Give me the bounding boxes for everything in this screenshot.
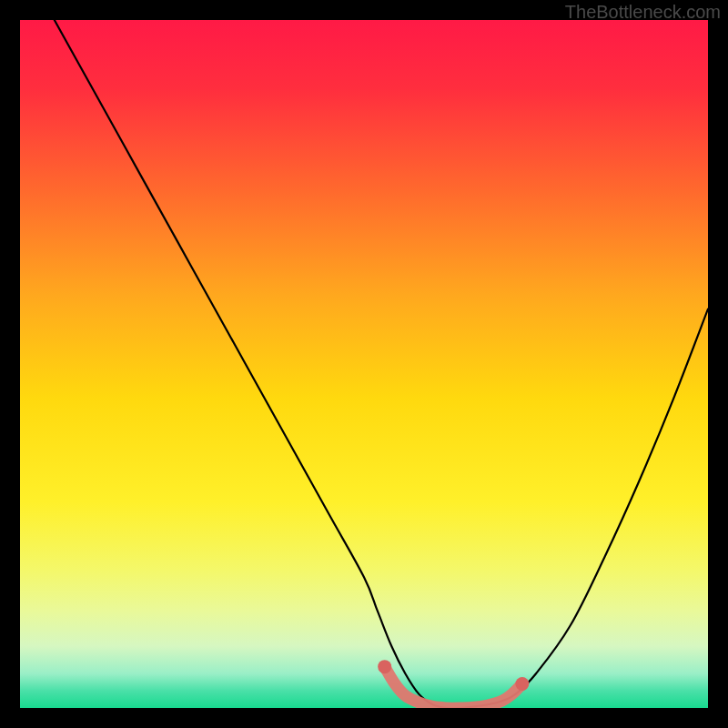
- chart-curve-layer: [20, 20, 708, 708]
- watermark-text: TheBottleneck.com: [565, 2, 721, 23]
- chart-plot-area: [20, 20, 708, 708]
- optimal-zone-end-marker: [515, 677, 529, 691]
- optimal-zone-start-marker: [378, 660, 391, 673]
- bottleneck-curve: [55, 20, 708, 708]
